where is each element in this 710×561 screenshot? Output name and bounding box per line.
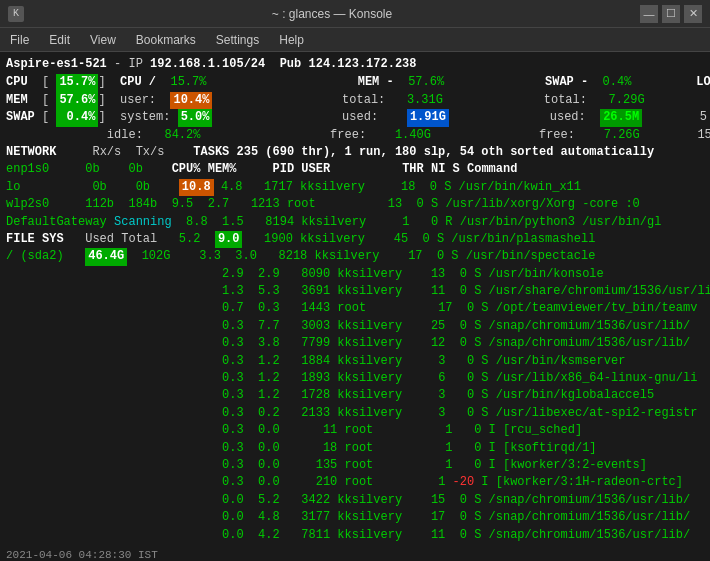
net-proc-row1: enp1s0 0b 0b CPU% MEM% PID USER THR NI S… [6,161,704,178]
p9-cmd: /snap/chromium/1536/usr/lib/ [489,335,691,352]
proc2-thr: 1 [402,214,409,231]
p20-cmd: /snap/chromium/1536/usr/lib/ [489,527,691,544]
swap-gauge-bracket-open: [ [42,109,56,126]
wlp2s0-tx: 184b [128,196,157,213]
enp1s0-tx: 0b [128,161,142,178]
proc3-cpu: 5.2 [179,231,201,248]
p19-s: S [474,509,481,526]
p9-thr: 12 [431,335,445,352]
p5-thr: 13 [431,266,445,283]
menu-view[interactable]: View [84,31,122,49]
mem-pct: 57.6% [401,74,444,91]
p20-thr: 11 [431,527,445,544]
filesys-used: 46.4G [85,248,127,265]
proc1-ni: 0 [417,196,424,213]
proc0-s: S [444,179,451,196]
net-enp1s0: enp1s0 [6,161,49,178]
mem-free: 1.40G [395,127,431,144]
swap-free: 7.26G [604,127,640,144]
net-wlp2s0: wlp2s0 [6,196,49,213]
p9-cpu: 0.3 [222,335,244,352]
mem-used: 1.91G [407,109,449,126]
proc-row16: 0.3 0.0 135 root 1 0 I [kworker/3:2-even… [6,457,704,474]
proc2-cpu: 8.8 [186,214,208,231]
menu-help[interactable]: Help [273,31,310,49]
p8-cpu: 0.3 [222,318,244,335]
close-button[interactable]: ✕ [684,5,702,23]
p7-ni: 0 [467,300,474,317]
p11-s: S [481,370,488,387]
p13-user: kksilvery [337,405,402,422]
titlebar-title: ~ : glances — Konsole [272,7,392,21]
p19-pid: 3177 [301,509,330,526]
proc2-cmd: /usr/bin/python3 /usr/bin/gl [460,214,662,231]
p11-mem: 1.2 [258,370,280,387]
proc1-cmd: /usr/lib/xorg/Xorg -core :0 [445,196,639,213]
menu-file[interactable]: File [4,31,35,49]
proc0-pid: 1717 [264,179,293,196]
p18-cmd: /snap/chromium/1536/usr/lib/ [489,492,691,509]
proc0-thr: 18 [401,179,415,196]
p16-pid: 135 [316,457,338,474]
p6-cpu: 1.3 [222,283,244,300]
proc-row15: 0.3 0.0 18 root 1 0 I [ksoftirqd/1] [6,440,704,457]
proc-row7: 0.7 0.3 1443 root 17 0 S /opt/teamviewer… [6,300,704,317]
proc1-cpu: 9.5 [172,196,194,213]
menu-bookmarks[interactable]: Bookmarks [130,31,202,49]
lo-tx: 0b [136,179,150,196]
p20-pid: 7811 [301,527,330,544]
mem-gauge-value: 57.6% [56,92,98,109]
p5-cpu: 2.9 [222,266,244,283]
menubar: File Edit View Bookmarks Settings Help [0,28,710,52]
p13-ni: 0 [467,405,474,422]
p6-user: kksilvery [337,283,402,300]
p15-cmd: [ksoftirqd/1] [503,440,597,457]
p14-cmd: [rcu_sched] [503,422,582,439]
proc3-ni: 0 [423,231,430,248]
p17-mem: 0.0 [258,474,280,491]
ip-address: 192.168.1.105/24 [150,56,265,73]
p11-user: kksilvery [337,370,402,387]
proc1-mem: 2.7 [208,196,230,213]
stats-row1: CPU [ 15.7% ] CPU / 15.7% MEM - 57.6% SW… [6,74,704,91]
proc4-user: kksilvery [315,248,380,265]
filesys-used-header: Used [85,231,114,248]
p17-cmd: [kworker/3:1H-radeon-crtc] [496,474,683,491]
menu-settings[interactable]: Settings [210,31,265,49]
net-default-gw: DefaultGateway [6,214,107,231]
p15-s: I [489,440,496,457]
p8-thr: 25 [431,318,445,335]
p6-cmd: /usr/share/chromium/1536/usr/lib/ [489,283,710,300]
cpu-gauge-bracket-close: ] [98,74,105,91]
load-label: LOAD [696,74,710,91]
p19-cmd: /snap/chromium/1536/usr/lib/ [489,509,691,526]
p6-s: S [474,283,481,300]
tx-header: Tx/s [136,144,165,161]
proc4-mem: 3.0 [235,248,257,265]
hostname: Aspire-es1-521 [6,56,107,73]
p18-mem: 5.2 [258,492,280,509]
maximize-button[interactable]: ☐ [662,5,680,23]
proc-row17: 0.3 0.0 210 root 1 -20 I [kworker/3:1H-r… [6,474,704,491]
proc0-cmd: /usr/bin/kwin_x11 [459,179,581,196]
p16-s: I [489,457,496,474]
p8-mem: 7.7 [258,318,280,335]
minimize-button[interactable]: — [640,5,658,23]
idle-label: idle: [107,127,143,144]
p5-cmd: /usr/bin/konsole [489,266,604,283]
proc-row11: 0.3 1.2 1893 kksilvery 6 0 S /usr/lib/x8… [6,370,704,387]
p9-s: S [474,335,481,352]
net-proc-row3: wlp2s0 112b 184b 9.5 2.7 1213 root 13 0 … [6,196,704,213]
p10-mem: 1.2 [258,353,280,370]
p8-pid: 3003 [301,318,330,335]
user-header: USER [301,161,330,178]
cpu-pct-header: CPU% [172,161,201,178]
proc4-s: S [451,248,458,265]
user-pct: 10.4% [170,92,212,109]
proc-row5: 2.9 2.9 8090 kksilvery 13 0 S /usr/bin/k… [6,266,704,283]
p15-pid: 18 [323,440,337,457]
p16-thr: 1 [445,457,452,474]
menu-edit[interactable]: Edit [43,31,76,49]
mem-total: 3.31G [407,92,443,109]
proc3-mem: 9.0 [215,231,243,248]
